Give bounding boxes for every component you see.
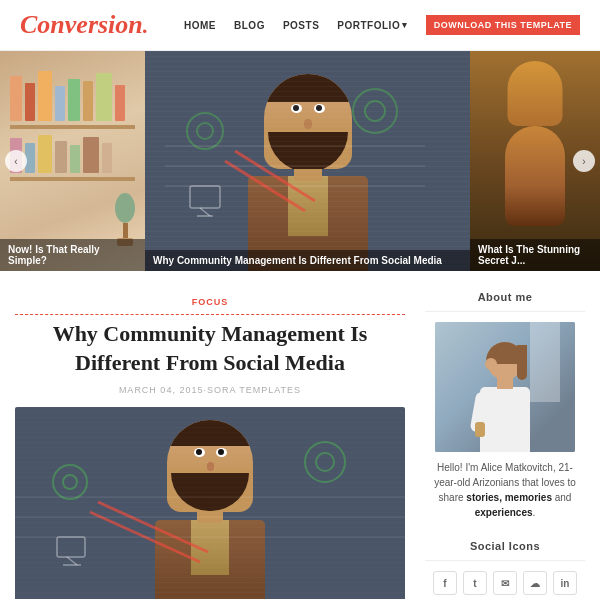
about-section: About me	[425, 291, 585, 520]
hero-slider: ‹	[0, 51, 600, 271]
social-twitter[interactable]: t	[463, 571, 487, 595]
slide-3-caption: What Is The Stunning Secret J...	[470, 239, 600, 271]
social-icons-list: f t ✉ ☁ in ✦ ▶	[425, 571, 585, 599]
svg-point-12	[53, 465, 87, 499]
slide-2-caption: Why Community Management Is Different Fr…	[145, 250, 470, 271]
social-title: Social Icons	[425, 540, 585, 561]
sidebar: About me	[425, 291, 585, 599]
social-facebook[interactable]: f	[433, 571, 457, 595]
article-featured-image	[15, 407, 405, 599]
slider-prev-button[interactable]: ‹	[5, 150, 27, 172]
social-email[interactable]: ✉	[493, 571, 517, 595]
slider-next-button[interactable]: ›	[573, 150, 595, 172]
article-divider	[15, 314, 405, 315]
article-section: FOCUS Why Community Management Is Differ…	[15, 291, 405, 599]
social-cloud[interactable]: ☁	[523, 571, 547, 595]
main-nav: HOME BLOG POSTS PORTFOLIO DOWNLOAD THIS …	[184, 15, 580, 35]
svg-point-13	[63, 475, 77, 489]
main-content: FOCUS Why Community Management Is Differ…	[0, 271, 600, 599]
logo-text: Conversion	[20, 10, 143, 39]
svg-point-1	[197, 123, 213, 139]
nav-posts[interactable]: POSTS	[283, 20, 319, 31]
nav-portfolio[interactable]: PORTFOLIO	[337, 20, 407, 31]
svg-line-10	[200, 208, 210, 216]
svg-point-15	[316, 453, 334, 471]
article-tag: FOCUS	[15, 291, 405, 309]
nav-home[interactable]: HOME	[184, 20, 216, 31]
nav-download[interactable]: DOWNLOAD THIS TEMPLATE	[426, 15, 580, 35]
svg-point-14	[305, 442, 345, 482]
about-photo	[435, 322, 575, 452]
svg-point-0	[187, 113, 223, 149]
header: Conversion. HOME BLOG POSTS PORTFOLIO DO…	[0, 0, 600, 51]
svg-line-22	[67, 557, 77, 565]
about-title: About me	[425, 291, 585, 312]
social-section: Social Icons f t ✉ ☁ in ✦ ▶	[425, 540, 585, 599]
logo-dot: .	[143, 13, 149, 38]
svg-rect-9	[190, 186, 220, 208]
slide-2: Why Community Management Is Different Fr…	[145, 51, 470, 271]
article-title: Why Community Management Is Different Fr…	[15, 320, 405, 377]
about-description: Hello! I'm Alice Matkovitch, 21-year-old…	[425, 460, 585, 520]
social-linkedin[interactable]: in	[553, 571, 577, 595]
article-meta: MARCH 04, 2015·SORA TEMPLATES	[15, 385, 405, 395]
nav-blog[interactable]: BLOG	[234, 20, 265, 31]
svg-rect-21	[57, 537, 85, 557]
slide-1-caption: Now! Is That Really Simple?	[0, 239, 145, 271]
slider-track: Now! Is That Really Simple?	[0, 51, 600, 271]
logo[interactable]: Conversion.	[20, 10, 148, 40]
